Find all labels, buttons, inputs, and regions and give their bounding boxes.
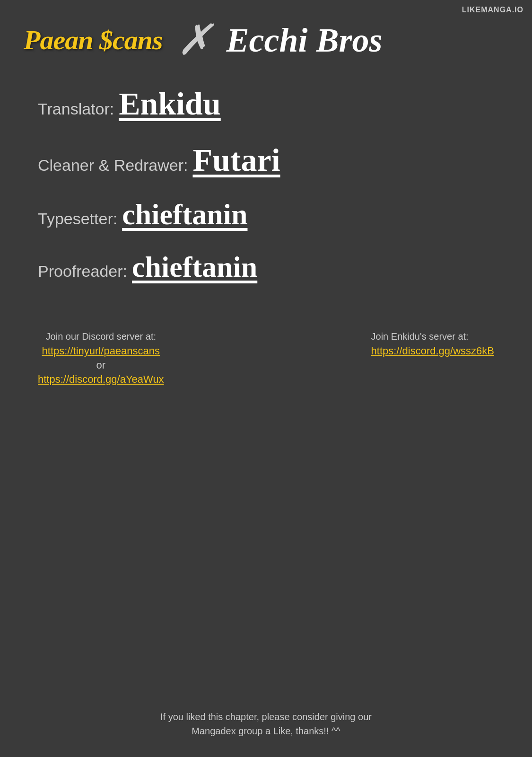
discord-link-group-left: Join our Discord server at: https://tiny… <box>38 331 164 386</box>
right-url[interactable]: https://discord.gg/wssz6kB <box>371 345 494 357</box>
translator-label: Translator: <box>38 100 114 118</box>
left-url-1[interactable]: https://tinyurl/paeanscans <box>42 345 160 357</box>
typesetter-label: Typesetter: <box>38 210 117 228</box>
proofreader-label: Proofreader: <box>38 262 127 281</box>
left-link-label: Join our Discord server at: <box>46 331 156 342</box>
right-link-label: Join Enkidu's server at: <box>371 331 469 342</box>
cleaner-name: Futari <box>192 141 280 179</box>
left-url-2[interactable]: https://discord.gg/aYeaWux <box>38 373 164 386</box>
watermark: LIKEMANGA.IO <box>462 6 523 14</box>
cleaner-label: Cleaner & Redrawer: <box>38 156 188 175</box>
typesetter-name: chieftanin <box>122 198 247 231</box>
translator-row: Translator: Enkidu <box>38 85 494 123</box>
or-text: or <box>96 359 106 371</box>
typesetter-row: Typesetter: chieftanin <box>38 198 494 231</box>
credits-section: Translator: Enkidu Cleaner & Redrawer: F… <box>0 71 532 312</box>
proofreader-name: chieftanin <box>132 250 257 284</box>
proofreader-row: Proofreader: chieftanin <box>38 250 494 284</box>
header-section: Paean $cans ✗ Ecchi Bros <box>0 0 532 71</box>
ecchi-bros-label: Ecchi Bros <box>227 21 383 60</box>
footer-line2: Mangadex group a Like, thanks!! ^^ <box>192 726 340 736</box>
cleaner-row: Cleaner & Redrawer: Futari <box>38 141 494 179</box>
links-section: Join our Discord server at: https://tiny… <box>0 312 532 395</box>
footer-line1: If you liked this chapter, please consid… <box>160 712 372 722</box>
discord-link-group-right: Join Enkidu's server at: https://discord… <box>371 331 494 357</box>
footer-text: If you liked this chapter, please consid… <box>160 710 372 738</box>
translator-name: Enkidu <box>119 85 221 123</box>
paean-scans-logo: Paean $cans <box>24 26 163 54</box>
x-symbol: ✗ <box>177 19 212 62</box>
